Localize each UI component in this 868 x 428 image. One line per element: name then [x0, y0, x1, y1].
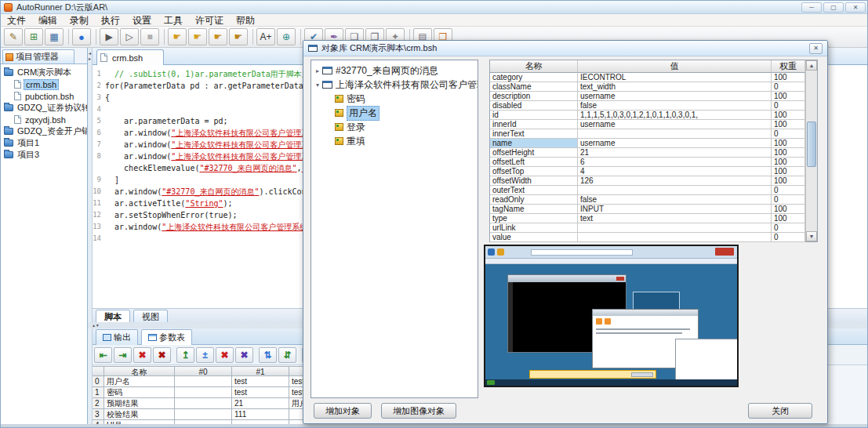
property-value[interactable]: username [578, 139, 772, 148]
cell[interactable]: test [232, 387, 289, 398]
property-value[interactable]: INPUT [578, 205, 772, 214]
property-weight[interactable]: 100 [772, 120, 805, 129]
cell[interactable] [175, 376, 232, 387]
object-item-用户名[interactable]: 用户名 [311, 106, 478, 120]
expand-icon[interactable]: ▸ [313, 67, 322, 74]
cell[interactable]: test [232, 376, 289, 387]
property-row[interactable]: nameusername100 [490, 139, 817, 148]
property-row[interactable]: offsetHeight21100 [490, 148, 817, 158]
sort-descending-button[interactable]: ⇵ [278, 347, 296, 363]
collapse-icon[interactable]: ▾ [313, 82, 322, 89]
cell[interactable] [175, 409, 232, 420]
spy-object-3-button[interactable]: ☛ [209, 28, 227, 45]
cell[interactable]: 预期结果 [104, 398, 175, 409]
property-weight[interactable]: 100 [772, 111, 805, 120]
property-name[interactable]: id [490, 111, 578, 120]
property-weight[interactable]: 100 [772, 167, 805, 176]
close-button[interactable]: ✕ [845, 2, 866, 13]
project-item-项目1[interactable]: 项目1 [1, 137, 87, 149]
property-name[interactable]: className [490, 82, 578, 92]
property-name[interactable]: innerId [490, 120, 578, 129]
property-value[interactable]: 1,1,1,5,1,0,3,0,1,2,1,0,1,1,0,3,0,1, [578, 111, 772, 120]
menu-设置[interactable]: 设置 [126, 14, 158, 27]
property-row[interactable]: typetext100 [490, 214, 817, 223]
tab-script[interactable]: 脚本 [96, 310, 130, 323]
scroll-up-icon[interactable]: ▲ [806, 60, 817, 71]
object-item-上海泽众软件科技有限公司客户管理系统[interactable]: ▾上海泽众软件科技有限公司客户管理系统 [311, 78, 478, 92]
menu-帮助[interactable]: 帮助 [230, 14, 261, 27]
property-value[interactable]: username [578, 120, 772, 129]
property-name[interactable]: urlLink [490, 223, 578, 233]
tab-project-manager[interactable]: 项目管理器 [2, 49, 74, 63]
property-value[interactable] [578, 186, 772, 195]
property-name[interactable]: outerText [490, 186, 578, 195]
property-weight[interactable]: 100 [772, 176, 805, 186]
object-item-重填[interactable]: 重填 [311, 134, 478, 148]
property-value[interactable]: 21 [578, 148, 772, 158]
property-weight[interactable]: 100 [772, 92, 805, 101]
property-row[interactable]: disabledfalse0 [490, 101, 817, 111]
property-name[interactable]: innerText [490, 129, 578, 139]
cell[interactable]: 111 [232, 409, 289, 420]
record-button[interactable]: ● [72, 28, 91, 45]
menu-工具[interactable]: 工具 [158, 14, 189, 27]
property-value[interactable]: 126 [578, 176, 772, 186]
tab-crm-bsh[interactable]: crm.bsh [96, 49, 164, 65]
property-name[interactable]: offsetWidth [490, 176, 578, 186]
open-project-button[interactable]: ⊞ [24, 28, 43, 45]
close-dialog-button[interactable]: 关闭 [748, 403, 812, 419]
menu-录制[interactable]: 录制 [64, 14, 95, 27]
cell[interactable]: 用户名 [104, 376, 175, 387]
property-weight[interactable]: 100 [772, 139, 805, 148]
property-name[interactable]: offsetHeight [490, 148, 578, 158]
spy-object-4-button[interactable]: ☛ [229, 28, 248, 45]
property-value[interactable]: false [578, 195, 772, 205]
property-weight[interactable]: 0 [772, 223, 805, 233]
property-weight[interactable]: 0 [772, 129, 805, 139]
property-row[interactable]: offsetWidth126100 [490, 176, 817, 186]
property-row[interactable]: descriptionusername100 [490, 92, 817, 101]
insert-col-before-button[interactable]: ↥ [176, 347, 194, 363]
property-weight[interactable]: 100 [772, 158, 805, 167]
menu-许可证[interactable]: 许可证 [189, 14, 230, 27]
property-row[interactable]: outerText0 [490, 186, 817, 195]
stop-button[interactable]: ■ [140, 28, 159, 45]
maximize-button[interactable]: ▢ [823, 2, 844, 13]
property-name[interactable]: type [490, 214, 578, 223]
menu-执行[interactable]: 执行 [95, 14, 126, 27]
delete-col-button[interactable]: ✖ [216, 347, 234, 363]
menu-文件[interactable]: 文件 [1, 14, 32, 27]
minimize-button[interactable]: ─ [801, 2, 822, 13]
property-weight[interactable]: 0 [772, 82, 805, 92]
property-row[interactable]: offsetTop4100 [490, 167, 817, 176]
property-name[interactable]: category [490, 73, 578, 82]
scroll-thumb[interactable] [807, 122, 816, 167]
dialog-close-icon[interactable]: ✕ [809, 43, 823, 54]
sort-ascending-button[interactable]: ⇅ [259, 347, 277, 363]
run-step-button[interactable]: ▷ [120, 28, 139, 45]
property-row[interactable]: value0 [490, 233, 817, 242]
property-weight[interactable]: 100 [772, 205, 805, 214]
property-weight[interactable]: 0 [772, 186, 805, 195]
spy-object-2-button[interactable]: ☛ [188, 28, 207, 45]
property-name[interactable]: value [490, 233, 578, 242]
property-value[interactable]: false [578, 101, 772, 111]
delete-all-cols-button[interactable]: ✖ [235, 347, 253, 363]
font-increase-button[interactable]: A+ [256, 28, 275, 45]
project-item-CRM演示脚本[interactable]: CRM演示脚本 [1, 67, 87, 78]
object-tree[interactable]: ▸#32770_来自网页的消息▾上海泽众软件科技有限公司客户管理系统密码用户名登… [311, 60, 478, 398]
run-button[interactable]: ▶ [100, 28, 118, 45]
cell[interactable]: 密码 [104, 387, 175, 398]
property-value[interactable] [578, 223, 772, 233]
property-row[interactable]: offsetLeft6100 [490, 158, 817, 167]
property-name[interactable]: disabled [490, 101, 578, 111]
property-weight[interactable]: 100 [772, 214, 805, 223]
object-item-登录[interactable]: 登录 [311, 120, 478, 134]
delete-all-rows-button[interactable]: ✖ [153, 347, 171, 363]
project-item-pubction.bsh[interactable]: pubction.bsh [1, 90, 87, 102]
property-value[interactable]: 4 [578, 167, 772, 176]
project-item-GDZQ_资金开户销户[interactable]: GDZQ_资金开户销户 [1, 125, 87, 137]
property-name[interactable]: description [490, 92, 578, 101]
property-weight[interactable]: 100 [772, 73, 805, 82]
property-row[interactable]: readOnlyfalse0 [490, 195, 817, 205]
